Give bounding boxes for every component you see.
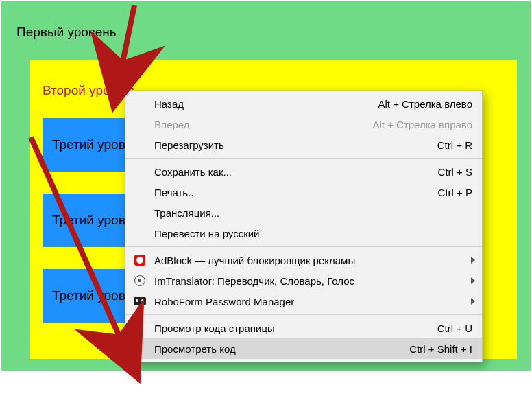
menu-item-roboform[interactable]: RoboForm Password Manager xyxy=(125,291,482,312)
menu-separator xyxy=(125,314,482,315)
roboform-icon xyxy=(134,295,146,307)
stage: Первый уровень Второй уровень Третий уро… xyxy=(0,0,532,398)
menu-item-adblock[interactable]: AdBlock — лучший блокировщик рекламы xyxy=(125,250,482,270)
menu-separator xyxy=(125,246,482,247)
menu-item-label: Просмотр кода страницы xyxy=(154,323,437,334)
adblock-icon xyxy=(134,254,146,266)
menu-item-shortcut: Alt + Стрелка вправо xyxy=(372,119,472,130)
imtranslator-icon xyxy=(134,274,146,287)
menu-item-label: RoboForm Password Manager xyxy=(154,296,472,307)
submenu-arrow-icon xyxy=(471,298,475,305)
menu-item-label: Сохранить как... xyxy=(154,166,438,178)
menu-item-inspect[interactable]: Просмотреть код Ctrl + Shift + I xyxy=(125,338,482,359)
menu-item-label: Перевести на русский xyxy=(154,228,472,239)
menu-item-shortcut: Ctrl + S xyxy=(438,166,472,178)
menu-item-shortcut: Alt + Стрелка влево xyxy=(378,98,472,110)
menu-item-label: Перезагрузить xyxy=(154,139,437,151)
submenu-arrow-icon xyxy=(471,257,475,264)
menu-item-save-as[interactable]: Сохранить как... Ctrl + S xyxy=(125,161,482,182)
menu-item-reload[interactable]: Перезагрузить Ctrl + R xyxy=(125,134,482,155)
menu-separator xyxy=(125,158,482,159)
menu-item-label: Просмотреть код xyxy=(154,343,409,355)
menu-item-translate[interactable]: Перевести на русский xyxy=(125,223,482,244)
menu-item-label: Назад xyxy=(154,98,378,110)
menu-item-forward[interactable]: Вперед Alt + Стрелка вправо xyxy=(125,114,482,134)
menu-item-back[interactable]: Назад Alt + Стрелка влево xyxy=(125,93,482,114)
level2-label: Второй уровень xyxy=(43,83,138,98)
submenu-arrow-icon xyxy=(471,277,475,284)
menu-item-shortcut: Ctrl + Shift + I xyxy=(409,343,472,355)
menu-item-imtranslator[interactable]: ImTranslator: Переводчик, Словарь, Голос xyxy=(125,270,482,291)
menu-item-label: Вперед xyxy=(154,119,372,130)
context-menu: Назад Alt + Стрелка влево Вперед Alt + С… xyxy=(125,90,483,362)
menu-item-print[interactable]: Печать... Ctrl + P xyxy=(125,182,482,202)
level1-label: Первый уровень xyxy=(16,25,117,40)
menu-item-shortcut: Ctrl + U xyxy=(437,323,472,334)
menu-item-label: Трансляция... xyxy=(154,207,472,219)
menu-item-label: ImTranslator: Переводчик, Словарь, Голос xyxy=(154,275,472,287)
menu-item-label: AdBlock — лучший блокировщик рекламы xyxy=(154,255,472,266)
menu-item-cast[interactable]: Трансляция... xyxy=(125,202,482,223)
menu-item-shortcut: Ctrl + R xyxy=(437,139,472,151)
menu-item-label: Печать... xyxy=(154,187,438,198)
menu-item-shortcut: Ctrl + P xyxy=(438,187,472,198)
menu-item-view-source[interactable]: Просмотр кода страницы Ctrl + U xyxy=(125,318,482,338)
